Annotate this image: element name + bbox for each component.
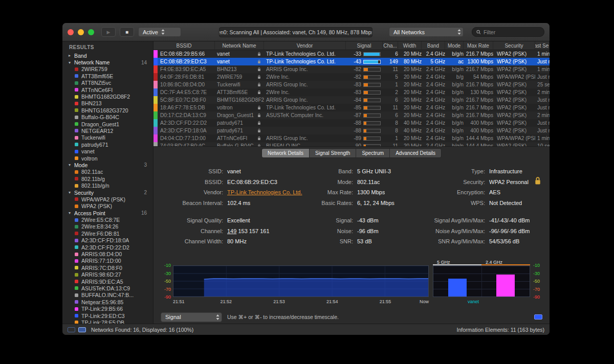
column-header[interactable]: Cha... [383,41,398,50]
sidebar-group-row[interactable]: Access Point 16 [62,210,153,216]
network-row[interactable]: 64:0F:28:F6:DB:81 2WIRE759 2Wire Inc. -8… [154,73,550,81]
sidebar-item[interactable]: Dragon_Guest1 [62,121,153,127]
sidebar-item[interactable]: A2:3D:CF:FD:18:0A [62,237,153,244]
stop-scan-button[interactable]: ■ [120,27,134,37]
sidebar-item[interactable]: BHNTG1682G3720 [62,107,153,113]
disclosure-triangle-icon[interactable] [67,190,72,195]
minimize-window-button[interactable] [78,29,84,35]
sidebar-item[interactable]: ARRIS:08:D4:D0 [62,251,153,257]
network-row[interactable]: F4:0E:83:9D:EC:A5 BHN213 ARRIS Group Inc… [154,65,550,73]
security-cell: WPA2 (PSK) [493,120,535,126]
sidebar-item[interactable]: ARRIS:98:6D:27 [62,271,153,278]
last-seen-cell: Just no [535,59,550,64]
column-header[interactable]: Vendor [264,41,346,50]
sidebar-item[interactable]: ARRIS:7C:D8:F0 [62,264,153,271]
sidebar-item[interactable]: WPA/WPA2 (PSK) [62,196,153,202]
signal-bar-cell [361,98,383,102]
sidebar-item[interactable]: ARRIS:9D:EC:A5 [62,278,153,285]
sidebar-item[interactable]: BHMTG1682GD8F2 [62,93,153,100]
sidebar-item[interactable]: ATT8NZt5vc [62,80,153,86]
last-seen-cell: Just no [535,128,550,133]
sidebar-item[interactable]: voltron [62,155,153,162]
column-header[interactable]: Network Name [215,41,264,50]
network-row[interactable]: EC:08:6B:29:ED:C3 vanet TP-Link Technolo… [154,58,550,65]
network-row[interactable]: DC:7F:A4:E5:C8:7E ATT3Bmf65E 2Wire Inc. … [154,88,550,96]
sidebar-item[interactable]: ASUSTeK:DA:13:C9 [62,285,153,291]
column-header[interactable]: Last Se... [535,41,550,50]
network-row[interactable]: EC:08:6B:29:B5:66 vanet TP-Link Technolo… [154,50,550,58]
disclosure-triangle-icon[interactable] [67,60,72,65]
security-cell: WPA2 (PSK) [493,143,535,147]
sidebar-item[interactable]: BHN213 [62,100,153,107]
sidebar-item[interactable]: TP-Link:78:E5:DB [62,319,153,324]
sidebar-item[interactable]: NETGEAR12 [62,127,153,134]
sidebar-item[interactable]: 2Wire:E5:C8:7E [62,216,153,223]
sidebar-group-row[interactable]: Network Name 14 [62,59,153,65]
disclosure-triangle-icon[interactable] [67,53,72,58]
network-row[interactable]: 5C:8F:E0:7C:D8:F0 BHMTG1682GD8F2 ARRIS G… [154,96,550,104]
disclosure-triangle-icon[interactable] [67,211,72,215]
column-header[interactable]: BSSID [154,41,215,50]
sidebar-item[interactable]: TP-Link:29:B5:66 [62,305,153,312]
chart-metric-dropdown[interactable]: Signal [161,312,222,322]
sidebar-item[interactable]: 802.11ac [62,169,153,175]
sidebar-item[interactable]: 802.11b/g [62,175,153,182]
filter-search-field[interactable] [472,27,544,37]
sidebar-group-row[interactable]: Mode 3 [62,162,153,168]
sidebar-item[interactable]: BUFFALO.INC:47:B... [62,292,153,299]
column-header[interactable]: Security [493,41,535,50]
sidebar-item[interactable]: vanet [62,148,153,154]
toggle-sidebar-icon[interactable] [68,327,75,332]
signal-bar-fill [364,106,367,109]
bssid-cell: D0:17:C2:DA:13:C9 [158,112,215,118]
vendor-cell: ARRIS Group Inc. [264,66,346,72]
tab[interactable]: Network Details [262,149,310,157]
vendor-cell: ASUSTeK Computer Inc. [264,112,346,118]
column-header[interactable]: Band [422,41,445,50]
tab[interactable]: Spectrum [356,149,390,157]
sidebar-item[interactable]: WPA2 (PSK) [62,203,153,210]
network-row[interactable]: D4:04:CD:77:1D:00 ATTnNCe6FI ARRIS Group… [154,134,550,142]
sidebar-item[interactable]: 2WIRE759 [62,66,153,73]
toggle-details-icon[interactable] [78,327,86,332]
network-filter-dropdown[interactable]: All Networks [389,27,464,37]
sidebar-item[interactable]: patrudy671 [62,141,153,148]
column-header[interactable]: Signal [346,41,383,50]
zoom-window-button[interactable] [88,29,94,35]
column-header[interactable]: Width [398,41,422,50]
network-row[interactable]: 74:03:BD:47:B0:4C Buffalo-G-B04C BUFFALO… [154,142,550,147]
sidebar-item[interactable]: 802.11b/g/n [62,182,153,189]
sidebar-item[interactable]: Buffalo-G-B04C [62,114,153,121]
detail-label: SNR Avg/Min/Max: [424,238,489,244]
sidebar-item[interactable]: ARRIS:77:1D:00 [62,258,153,264]
network-row[interactable]: 18:A6:F7:78:E5:DB voltron TP-Link Techno… [154,104,550,111]
network-row[interactable]: A2:3D:CF:FD:22:D2 patrudy671 -88 8 [154,119,550,127]
sidebar-item[interactable]: Netgear:E5:96:85 [62,299,153,305]
network-row[interactable]: D0:17:C2:DA:13:C9 Dragon_Guest1 ASUSTeK … [154,111,550,119]
sidebar-item[interactable]: ATTnNCe6FI [62,86,153,93]
sidebar-item[interactable]: A2:3D:CF:FD:22:D2 [62,244,153,251]
filter-input[interactable] [484,29,540,35]
sidebar-item[interactable]: Tuckerwifi [62,134,153,141]
detail-value: -41/-43/-40 dBm [489,217,530,223]
sidebar-item[interactable]: ATT3Bmf65E [62,73,153,79]
disclosure-triangle-icon[interactable] [67,163,72,167]
color-swatch [75,280,78,283]
scan-mode-dropdown[interactable]: Active [138,27,181,37]
sidebar-item[interactable]: 2Wire:E8:34:26 [62,223,153,230]
close-window-button[interactable] [68,29,74,35]
sidebar-group-row[interactable]: Band [62,52,153,59]
sidebar-item[interactable]: TP-Link:29:ED:C3 [62,312,153,319]
sidebar-item[interactable]: 2Wire:F6:DB:81 [62,230,153,237]
sidebar-group-row[interactable]: Security 2 [62,189,153,196]
start-scan-button[interactable]: ▶ [101,27,116,37]
column-header[interactable]: Max Rate [464,41,493,50]
vendor-cell: TP-Link Technologies Co. Ltd. [264,105,346,110]
sidebar-item-label: TP-Link:29:ED:C3 [81,313,125,319]
network-row[interactable]: 10:86:8C:08:D4:D0 Tuckerwifi ARRIS Group… [154,81,550,88]
column-header[interactable]: Mode [445,41,464,50]
tab[interactable]: Advanced Details [390,149,441,157]
color-swatch [75,122,78,126]
network-row[interactable]: A2:3D:CF:FD:18:0A patrudy671 -88 8 [154,127,550,134]
tab[interactable]: Signal Strength [310,149,356,157]
